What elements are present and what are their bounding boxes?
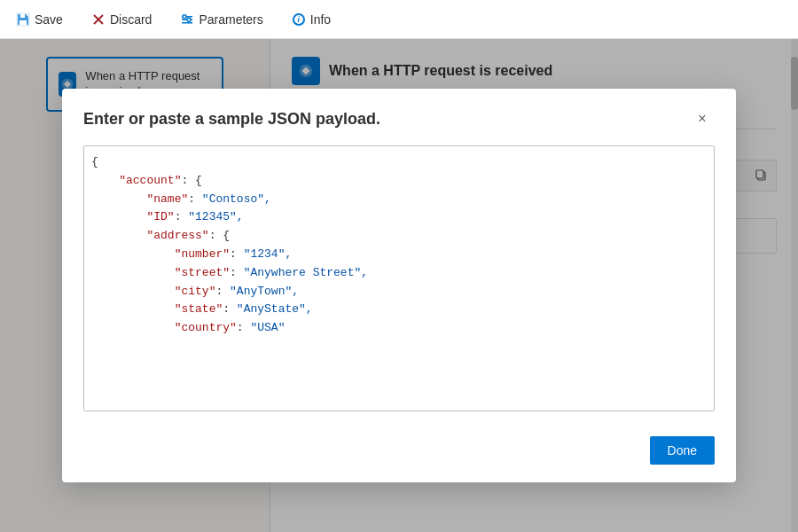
svg-point-8 <box>183 14 186 18</box>
json-line: "address": { <box>91 227 707 246</box>
save-button[interactable]: Save <box>11 9 68 30</box>
svg-rect-1 <box>20 20 27 25</box>
svg-point-9 <box>187 18 191 21</box>
json-line: "country": "USA" <box>91 319 707 338</box>
info-button[interactable]: i Info <box>286 9 336 30</box>
toolbar: Save Discard Parameters i Info <box>0 0 798 39</box>
json-line: "ID": "12345", <box>91 208 707 227</box>
modal-close-button[interactable]: × <box>690 106 715 131</box>
done-button[interactable]: Done <box>650 436 715 465</box>
json-payload-modal: Enter or paste a sample JSON payload. × … <box>62 89 736 482</box>
modal-overlay: Enter or paste a sample JSON payload. × … <box>0 39 798 532</box>
modal-header: Enter or paste a sample JSON payload. × <box>62 89 736 145</box>
modal-footer: Done <box>62 426 736 482</box>
modal-title: Enter or paste a sample JSON payload. <box>83 110 380 129</box>
json-line: "name": "Contoso", <box>91 191 707 209</box>
discard-icon <box>91 12 106 27</box>
json-line: "state": "AnyState", <box>91 301 707 319</box>
parameters-label: Parameters <box>199 12 262 27</box>
svg-rect-7 <box>182 22 192 24</box>
save-icon <box>16 12 30 27</box>
json-line: "account": { <box>91 172 707 191</box>
discard-label: Discard <box>110 12 152 27</box>
json-editor[interactable]: { "account": { "name": "Contoso", "ID": … <box>83 145 715 411</box>
svg-rect-2 <box>20 14 25 18</box>
modal-body: { "account": { "name": "Contoso", "ID": … <box>62 145 736 426</box>
discard-button[interactable]: Discard <box>86 9 157 30</box>
info-icon: i <box>292 12 306 27</box>
save-label: Save <box>35 12 63 27</box>
json-line: "street": "Anywhere Street", <box>91 264 707 283</box>
parameters-button[interactable]: Parameters <box>175 9 268 30</box>
info-label: Info <box>310 12 331 27</box>
parameters-icon <box>180 12 194 27</box>
json-line: "city": "AnyTown", <box>91 283 707 301</box>
main-area: When a HTTP request is received + » When… <box>0 39 798 532</box>
json-line: "number": "1234", <box>91 246 707 264</box>
json-line: { <box>91 153 707 172</box>
